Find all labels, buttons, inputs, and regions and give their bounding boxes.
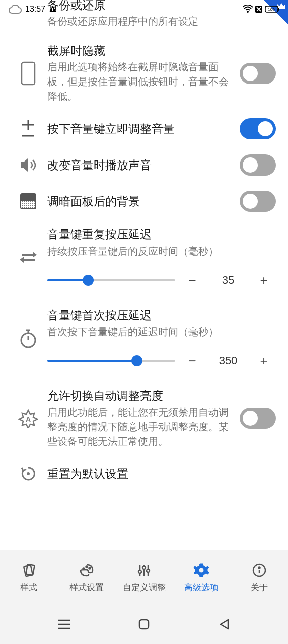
setting-desc: 启用此功能后，能让您在无须禁用自动调整亮度的情况下随意地手动调整亮度。某些设备可… xyxy=(47,405,233,449)
phone-icon xyxy=(20,61,37,86)
menu-icon xyxy=(57,619,71,630)
svg-point-24 xyxy=(258,567,260,568)
setting-title: 调暗面板后的背景 xyxy=(47,193,233,209)
setting-first-delay: 音量键首次按压延迟 首次按下音量键后的延迟时间（毫秒） − 350 + xyxy=(0,300,288,381)
svg-point-19 xyxy=(89,567,90,569)
gear-icon xyxy=(193,562,209,578)
back-icon xyxy=(219,618,230,630)
wifi-icon xyxy=(243,5,253,13)
system-nav xyxy=(0,605,288,644)
svg-point-21 xyxy=(142,566,146,569)
nav-label: 自定义调整 xyxy=(123,582,166,593)
svg-text:100: 100 xyxy=(268,7,275,12)
svg-point-2 xyxy=(247,11,249,13)
increase-first-delay-button[interactable]: + xyxy=(252,353,276,369)
gradient-icon xyxy=(20,193,37,210)
setting-title: 重置为默认设置 xyxy=(47,466,276,482)
svg-rect-25 xyxy=(139,620,149,629)
svg-rect-1 xyxy=(52,10,53,11)
palette-icon xyxy=(79,562,95,578)
setting-repeat-delay: 音量键重复按压延迟 持续按压音量键后的反应时间（毫秒） − 35 + xyxy=(0,219,288,300)
svg-rect-5 xyxy=(278,8,279,11)
stopwatch-icon xyxy=(19,328,37,348)
slider-repeat-delay[interactable] xyxy=(47,279,175,281)
setting-auto-brightness[interactable]: A 允许切换自动调整亮度 启用此功能后，能让您在无须禁用自动调整亮度的情况下随意… xyxy=(0,381,288,456)
toggle-play-sound[interactable] xyxy=(240,154,276,176)
tab-custom[interactable]: 自定义调整 xyxy=(115,550,173,605)
svg-text:A: A xyxy=(26,415,31,423)
sliders-icon xyxy=(136,562,152,578)
toggle-hide-on-screenshot[interactable] xyxy=(240,63,276,84)
settings-list: 备份或还原 备份或还原应用程序中的所有设定 截屏时隐藏 启用此选项将始终在截屏时… xyxy=(0,0,288,550)
svg-rect-8 xyxy=(21,68,22,73)
warning-icon xyxy=(48,5,57,14)
info-icon xyxy=(252,562,267,578)
repeat-icon xyxy=(19,249,38,266)
setting-title: 音量键首次按压延迟 xyxy=(47,307,276,324)
status-bar: 13:57 100 xyxy=(0,0,288,18)
svg-point-20 xyxy=(138,570,141,573)
svg-rect-11 xyxy=(21,194,36,201)
setting-dim-background[interactable]: 调暗面板后的背景 xyxy=(0,183,288,219)
toggle-immediate-volume[interactable] xyxy=(240,118,276,139)
speaker-icon xyxy=(19,157,38,173)
plus-minus-icon xyxy=(19,119,37,139)
square-icon xyxy=(138,618,150,630)
tab-advanced[interactable]: 高级选项 xyxy=(173,550,230,605)
battery-icon: 100 xyxy=(265,6,280,13)
svg-point-17 xyxy=(83,568,84,569)
nav-label: 样式 xyxy=(20,582,37,593)
toggle-auto-brightness[interactable] xyxy=(240,408,276,429)
setting-desc: 首次按下音量键后的延迟时间（毫秒） xyxy=(47,325,276,339)
home-button[interactable] xyxy=(129,613,159,635)
setting-title: 音量键重复按压延迟 xyxy=(47,226,276,243)
recent-apps-button[interactable] xyxy=(49,613,79,635)
svg-point-14 xyxy=(27,472,30,475)
nav-label: 样式设置 xyxy=(69,582,104,593)
svg-point-22 xyxy=(147,569,150,572)
back-button[interactable] xyxy=(209,613,239,635)
tab-style-settings[interactable]: 样式设置 xyxy=(57,550,115,605)
tab-about[interactable]: 关于 xyxy=(231,550,288,605)
toggle-dim-background[interactable] xyxy=(240,191,276,212)
bottom-nav: 样式 样式设置 自定义调整 高级选项 关于 xyxy=(0,550,288,605)
sim-icon xyxy=(255,5,263,13)
setting-desc: 持续按压音量键后的反应时间（毫秒） xyxy=(47,244,276,259)
svg-rect-0 xyxy=(52,8,53,10)
auto-brightness-icon: A xyxy=(18,408,38,428)
nav-label: 高级选项 xyxy=(184,582,219,593)
setting-play-sound[interactable]: 改变音量时播放声音 xyxy=(0,147,288,183)
setting-title: 按下音量键立即调整音量 xyxy=(47,121,233,137)
tab-style[interactable]: 样式 xyxy=(0,550,57,605)
setting-title: 改变音量时播放声音 xyxy=(47,157,233,173)
decrease-first-delay-button[interactable]: − xyxy=(180,353,204,369)
increase-repeat-delay-button[interactable]: + xyxy=(252,273,276,288)
setting-title: 允许切换自动调整亮度 xyxy=(47,388,233,404)
first-delay-value: 350 xyxy=(209,354,247,367)
cards-icon xyxy=(21,562,37,578)
setting-immediate-volume[interactable]: 按下音量键立即调整音量 xyxy=(0,111,288,147)
decrease-repeat-delay-button[interactable]: − xyxy=(180,273,204,288)
reset-icon xyxy=(19,465,37,483)
cloud-icon xyxy=(8,4,22,14)
slider-first-delay[interactable] xyxy=(47,360,175,362)
svg-rect-7 xyxy=(22,62,35,85)
setting-reset[interactable]: 重置为默认设置 xyxy=(0,456,288,492)
setting-title: 截屏时隐藏 xyxy=(47,43,233,59)
setting-desc: 启用此选项将始终在截屏时隐藏音量面板，但是按住音量调低按钮时，音量不会降低。 xyxy=(47,60,233,104)
repeat-delay-value: 35 xyxy=(209,274,247,287)
svg-point-18 xyxy=(86,566,87,567)
nav-label: 关于 xyxy=(251,582,268,593)
status-time: 13:57 xyxy=(25,5,45,14)
setting-hide-on-screenshot[interactable]: 截屏时隐藏 启用此选项将始终在截屏时隐藏音量面板，但是按住音量调低按钮时，音量不… xyxy=(0,36,288,111)
